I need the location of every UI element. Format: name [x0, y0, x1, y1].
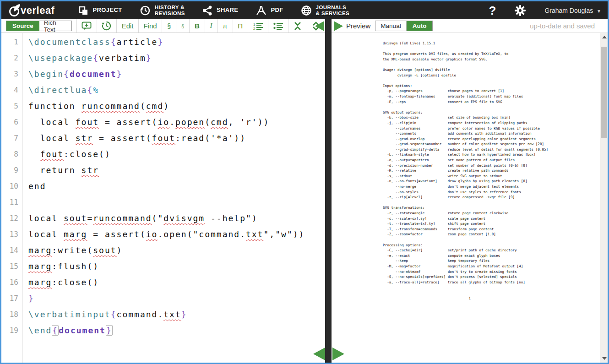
bullet-list-icon — [273, 22, 283, 30]
pdf-icon — [256, 5, 266, 16]
compile-mode-toggle: Manual Auto — [375, 21, 433, 31]
line-number: 3 — [1, 66, 18, 82]
menu-item-history-revisions[interactable]: HISTORY & REVISIONS — [140, 5, 185, 16]
menu-item-share[interactable]: SHARE — [202, 5, 239, 16]
code-line[interactable]: \end{document} — [28, 322, 325, 338]
history-clock-icon — [102, 21, 111, 31]
code-line[interactable]: marg:flush() — [28, 258, 325, 274]
gear-icon[interactable] — [514, 5, 526, 16]
line-number: 7 — [1, 130, 18, 146]
code-line[interactable]: local fout = assert(io.popen(cmd, 'r')) — [28, 114, 325, 130]
line-number: 9 — [1, 162, 18, 178]
code-line[interactable]: \verbatiminput{command.txt} — [28, 306, 325, 322]
expand-preview-arrow-bottom[interactable] — [332, 348, 344, 360]
collapse-icon — [294, 22, 302, 31]
globe-icon — [301, 5, 312, 16]
logo-text: verleaf — [21, 5, 54, 16]
collapse-editor-arrow-bottom[interactable] — [313, 348, 325, 360]
line-number: 18 — [1, 306, 18, 322]
bullet-list-button[interactable] — [268, 19, 288, 33]
pdf-preview: dvisvgm (TeX Live) 1.15.1 This program c… — [332, 33, 608, 363]
code-line[interactable]: } — [28, 290, 325, 306]
italic-button[interactable]: I — [205, 19, 218, 33]
line-number: 12 — [1, 210, 18, 226]
scrollbar-thumb[interactable] — [601, 47, 607, 138]
code-line[interactable]: fout:close() — [28, 146, 325, 162]
line-number: 13 — [1, 226, 18, 242]
code-line[interactable] — [28, 194, 325, 210]
line-number: 14 — [1, 242, 18, 258]
menu-label: JOURNALS & SERVICES — [316, 5, 349, 16]
line-number-gutter: 12345678910111213141516171819 — [1, 33, 23, 363]
preview-toolbar: Preview Manual Auto up-to-date and saved — [332, 19, 608, 33]
menu-item-pdf[interactable]: PDF — [256, 5, 283, 16]
mode-toggle: Source Rich Text — [6, 21, 72, 31]
overleaf-leaf-icon — [8, 4, 22, 17]
code-line[interactable]: local sout=runcommand("dvisvgm --help") — [28, 210, 325, 226]
line-number: 16 — [1, 274, 18, 290]
numbered-list-button[interactable]: 1 2 — [248, 19, 268, 33]
project-icon — [78, 6, 88, 15]
code-line[interactable]: function runcommand(cmd) — [28, 98, 325, 114]
menu-item-project[interactable]: PROJECT — [78, 6, 122, 15]
edit-menu-button[interactable]: Edit — [116, 19, 138, 33]
editor-pane: Source Rich Text — [1, 19, 325, 363]
section-button[interactable]: § — [162, 19, 176, 33]
collapse-section-button[interactable] — [288, 19, 306, 33]
history-icon — [140, 5, 151, 16]
line-number: 19 — [1, 322, 18, 338]
code-line[interactable]: marg:close() — [28, 274, 325, 290]
code-line[interactable]: marg:write(sout) — [28, 242, 325, 258]
auto-compile-button[interactable]: Auto — [407, 21, 433, 31]
expand-preview-arrow[interactable] — [334, 21, 343, 31]
code-line[interactable]: local marg = assert(io.open("command.txt… — [28, 226, 325, 242]
code-line[interactable]: return str — [28, 162, 325, 178]
preview-pane: Preview Manual Auto up-to-date and saved… — [332, 19, 608, 363]
scroll-up-arrow[interactable] — [602, 36, 607, 38]
main-split: Source Rich Text — [1, 19, 608, 363]
code-line[interactable]: \usepackage{verbatim} — [28, 50, 325, 66]
line-number: 10 — [1, 178, 18, 194]
help-button[interactable]: ? — [489, 5, 496, 16]
line-number: 6 — [1, 114, 18, 130]
menu-item-journals-services[interactable]: JOURNALS & SERVICES — [301, 5, 349, 16]
top-header: verleaf PROJECT HISTORY & REVI — [1, 1, 608, 19]
collapse-editor-arrow[interactable] — [315, 21, 324, 31]
pane-divider[interactable] — [325, 19, 332, 363]
svg-text:1: 1 — [253, 22, 256, 27]
code-line[interactable]: end — [28, 178, 325, 194]
line-number: 1 — [1, 34, 18, 50]
editor-toolbar: Source Rich Text — [1, 19, 325, 33]
add-comment-button[interactable] — [76, 19, 97, 33]
code-line[interactable]: local str = assert(fout:read('*a')) — [28, 130, 325, 146]
user-menu[interactable]: Graham Douglas ▼ — [544, 7, 601, 14]
find-button[interactable]: Find — [138, 19, 162, 33]
code-line[interactable]: \begin{document} — [28, 66, 325, 82]
preview-label[interactable]: Preview — [346, 22, 370, 30]
manual-compile-button[interactable]: Manual — [375, 21, 406, 31]
numbered-list-icon: 1 2 — [253, 22, 263, 30]
overleaf-logo[interactable]: verleaf — [8, 4, 54, 17]
bold-button[interactable]: B — [189, 19, 204, 33]
track-changes-button[interactable] — [97, 19, 116, 33]
code-lines[interactable]: \documentclass{article}\usepackage{verba… — [23, 33, 325, 363]
source-tab[interactable]: Source — [6, 21, 39, 31]
scroll-down-arrow[interactable] — [602, 357, 607, 360]
line-number: 15 — [1, 258, 18, 274]
line-number: 17 — [1, 290, 18, 306]
line-number: 4 — [1, 82, 18, 98]
code-line[interactable]: \documentclass{article} — [28, 34, 325, 50]
share-icon — [202, 5, 212, 16]
code-area: 12345678910111213141516171819 \documentc… — [1, 33, 325, 363]
rich-text-tab[interactable]: Rich Text — [39, 21, 71, 31]
inline-math-button[interactable]: π — [218, 19, 233, 33]
subsection-button[interactable]: § — [176, 19, 189, 33]
preview-scrollbar[interactable] — [600, 33, 608, 363]
line-number: 5 — [1, 98, 18, 114]
display-math-button[interactable]: Π — [233, 19, 248, 33]
header-right: ? Graham Douglas ▼ — [489, 5, 601, 16]
header-menu: PROJECT HISTORY & REVISIONS — [78, 5, 349, 16]
save-status: up-to-date and saved — [530, 22, 595, 30]
code-line[interactable]: \directlua{% — [28, 82, 325, 98]
menu-label: HISTORY & REVISIONS — [155, 5, 185, 16]
